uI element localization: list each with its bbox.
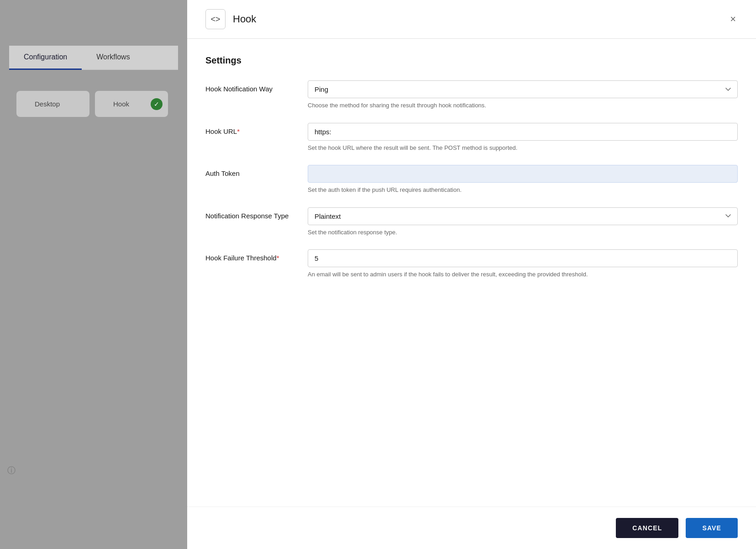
auth-token-row: Auth Token Set the auth token if the pus… — [205, 165, 738, 195]
modal-panel: <> Hook × Settings Hook Notification Way… — [187, 0, 756, 549]
modal-title: Hook — [233, 13, 721, 25]
hook-url-row: Hook URL* Set the hook URL where the res… — [205, 123, 738, 153]
bg-card-hook-label: Hook — [113, 100, 129, 108]
bg-card-desktop-label: Desktop — [35, 100, 60, 108]
hook-notification-way-row: Hook Notification Way Ping Post Put Choo… — [205, 80, 738, 110]
hook-notification-way-label: Hook Notification Way — [205, 80, 297, 93]
bg-tab-configuration[interactable]: Configuration — [9, 46, 82, 70]
hook-notification-way-help: Choose the method for sharing the result… — [308, 101, 738, 110]
hook-url-input[interactable] — [308, 123, 738, 141]
auth-token-help: Set the auth token if the push URL requi… — [308, 185, 738, 195]
bg-card-hook: Hook — [95, 91, 168, 117]
notification-response-type-row: Notification Response Type Plaintext JSO… — [205, 207, 738, 237]
cancel-button[interactable]: CANCEL — [616, 518, 678, 538]
notification-response-type-select[interactable]: Plaintext JSON XML — [308, 207, 738, 225]
background-panel: Configuration Workflows Desktop Hook ⓘ — [0, 0, 187, 549]
modal-body: Settings Hook Notification Way Ping Post… — [187, 39, 756, 507]
code-icon: <> — [210, 15, 220, 24]
bg-card-desktop: Desktop — [16, 91, 89, 117]
notification-response-type-help: Set the notification response type. — [308, 228, 738, 237]
hook-failure-threshold-field: An email will be sent to admin users if … — [308, 249, 738, 279]
save-button[interactable]: SAVE — [686, 518, 738, 538]
hook-failure-required: * — [277, 254, 279, 262]
notification-response-type-field: Plaintext JSON XML Set the notification … — [308, 207, 738, 237]
close-button[interactable]: × — [728, 12, 738, 26]
hook-url-field: Set the hook URL where the result will b… — [308, 123, 738, 153]
modal-header: <> Hook × — [187, 0, 756, 39]
hook-failure-threshold-row: Hook Failure Threshold* An email will be… — [205, 249, 738, 279]
bg-tab-workflows[interactable]: Workflows — [82, 46, 145, 69]
hook-url-required: * — [237, 127, 240, 135]
settings-title: Settings — [205, 55, 738, 66]
modal-icon-box: <> — [205, 9, 226, 29]
hook-failure-threshold-input[interactable] — [308, 249, 738, 267]
hook-notification-way-field: Ping Post Put Choose the method for shar… — [308, 80, 738, 110]
background-tabs: Configuration Workflows — [9, 46, 178, 70]
hook-notification-way-select[interactable]: Ping Post Put — [308, 80, 738, 98]
hook-failure-threshold-label: Hook Failure Threshold* — [205, 249, 297, 262]
hook-url-label: Hook URL* — [205, 123, 297, 135]
notification-response-type-label: Notification Response Type — [205, 207, 297, 220]
modal-footer: CANCEL SAVE — [187, 507, 756, 549]
hook-check-badge — [151, 98, 163, 110]
hook-failure-threshold-help: An email will be sent to admin users if … — [308, 270, 738, 279]
auth-token-field: Set the auth token if the push URL requi… — [308, 165, 738, 195]
background-cards: Desktop Hook — [9, 84, 178, 124]
auth-token-input[interactable] — [308, 165, 738, 183]
hook-url-help: Set the hook URL where the result will b… — [308, 143, 738, 153]
info-icon: ⓘ — [7, 465, 16, 476]
auth-token-label: Auth Token — [205, 165, 297, 177]
